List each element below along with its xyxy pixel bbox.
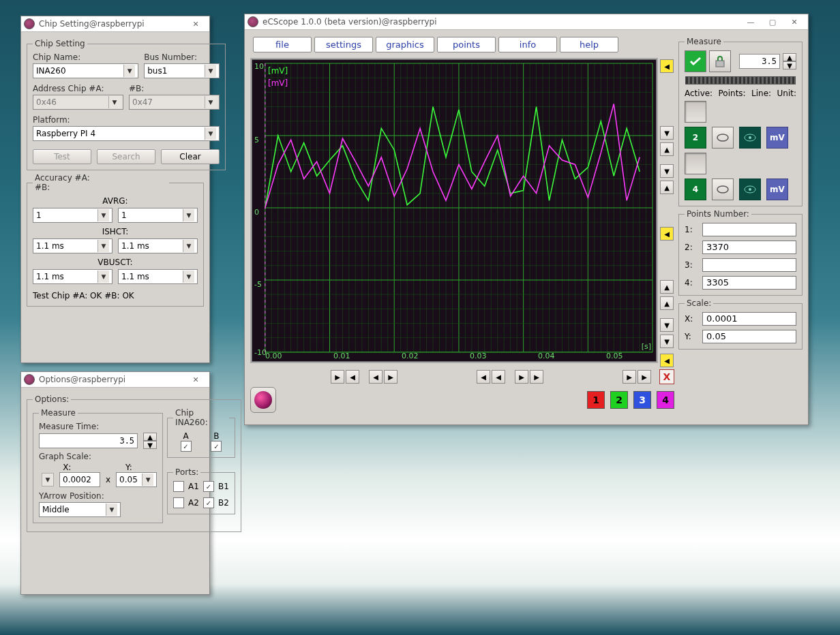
ch2-points-button[interactable] [712, 127, 734, 149]
p1-field[interactable] [702, 223, 796, 236]
progress-slider[interactable] [685, 76, 796, 84]
chevron-down-icon[interactable]: ▼ [205, 127, 216, 140]
hscroll-left4-icon[interactable]: ◀ [492, 370, 505, 384]
scale-x-field[interactable]: 0.0001 [702, 312, 796, 326]
channel-4-button[interactable]: 4 [657, 391, 674, 409]
scale-x-field[interactable]: 0.0002 [59, 472, 100, 487]
vbusct-a-field[interactable]: 1.1 ms▼ [33, 269, 112, 284]
close-icon[interactable]: ✕ [185, 18, 207, 30]
port-a1-check[interactable] [173, 481, 184, 492]
clear-button[interactable]: Clear [161, 149, 220, 164]
marker-top-icon[interactable]: ◀ [660, 59, 674, 73]
p2-field[interactable]: 3370 [702, 241, 796, 254]
scroll-down-fine-icon[interactable]: ▼ [660, 164, 674, 178]
spin-up-icon[interactable]: ▲ [783, 53, 796, 61]
channel-2-button[interactable]: 2 [610, 391, 628, 409]
scroll-down-coarse-icon[interactable]: ▼ [660, 126, 674, 140]
ch1-active-button[interactable] [685, 101, 706, 123]
close-icon[interactable]: ✕ [185, 373, 207, 386]
titlebar[interactable]: eCScope 1.0.0 (beta version)@raspberrypi… [245, 14, 808, 30]
minimize-icon[interactable]: — [740, 16, 762, 28]
scroll-up-fine-icon[interactable]: ▲ [660, 142, 674, 156]
spin-down-icon[interactable]: ▼ [783, 61, 796, 69]
hscroll-right2-icon[interactable]: ▶ [384, 370, 397, 384]
ch4-line-button[interactable] [739, 179, 761, 200]
chevron-down-icon[interactable]: ▼ [42, 473, 54, 486]
ishct-a-field[interactable]: 1.1 ms▼ [33, 238, 112, 253]
ch2-unit-button[interactable]: mV [766, 127, 788, 149]
titlebar[interactable]: Chip Setting@raspberrypi ✕ [21, 16, 209, 32]
menu-info[interactable]: info [498, 37, 557, 52]
scroll-up2-icon[interactable]: ▲ [660, 280, 674, 294]
chip-b-check[interactable]: ✓ [211, 441, 222, 452]
scroll-down3-icon[interactable]: ▼ [660, 335, 674, 348]
chip-a-check[interactable]: ✓ [181, 441, 192, 452]
run-button[interactable] [685, 50, 706, 72]
hscroll-right6-icon[interactable]: ▶ [638, 370, 651, 384]
ch4-active-button[interactable]: 4 [685, 179, 706, 200]
ch4-unit-button[interactable]: mV [766, 179, 788, 200]
scale-y-field[interactable]: 0.05 [702, 330, 796, 343]
chevron-down-icon[interactable]: ▼ [106, 504, 117, 516]
maximize-icon[interactable]: ▢ [762, 16, 783, 28]
scroll-up-coarse-icon[interactable]: ▲ [660, 181, 674, 194]
yarrow-field[interactable]: Middle▼ [39, 502, 121, 517]
chip-name-field[interactable]: INA260▼ [33, 63, 138, 78]
scroll-up3-icon[interactable]: ▲ [660, 296, 674, 310]
addr-b-field[interactable]: 0x47▼ [129, 95, 220, 110]
chevron-down-icon[interactable]: ▼ [183, 240, 194, 252]
measure-spin-field[interactable]: 3.5 [739, 54, 780, 69]
addr-a-field[interactable]: 0x46▼ [33, 95, 123, 110]
scroll-down2-icon[interactable]: ▼ [660, 318, 674, 332]
port-a2-check[interactable] [173, 497, 184, 508]
spin-up-icon[interactable]: ▲ [143, 433, 157, 441]
chevron-down-icon[interactable]: ▼ [183, 209, 194, 221]
menu-points[interactable]: points [437, 37, 496, 52]
channel-3-button[interactable]: 3 [633, 391, 651, 409]
chevron-down-icon[interactable]: ▼ [142, 474, 153, 486]
platform-field[interactable]: Raspberry PI 4▼ [33, 126, 220, 141]
ch2-line-button[interactable] [739, 127, 761, 149]
marker-bottom-icon[interactable]: ◀ [660, 354, 674, 367]
chevron-down-icon[interactable]: ▼ [205, 96, 216, 108]
oscilloscope-graph[interactable]: 10 5 0 -5 -10 [mV] [mV] 0.00 0.01 0.02 0… [250, 58, 658, 363]
clear-graph-button[interactable]: X [659, 369, 674, 384]
chevron-down-icon[interactable]: ▼ [183, 270, 194, 283]
titlebar[interactable]: Options@raspberrypi ✕ [21, 372, 209, 388]
menu-settings[interactable]: settings [314, 37, 373, 52]
ch3-active-button[interactable] [685, 153, 706, 174]
search-button[interactable]: Search [97, 149, 155, 164]
lock-button[interactable] [709, 50, 731, 72]
chevron-down-icon[interactable]: ▼ [97, 270, 109, 283]
avrg-a-field[interactable]: 1▼ [33, 208, 112, 223]
avrg-b-field[interactable]: 1▼ [118, 208, 198, 223]
menu-graphics[interactable]: graphics [376, 37, 434, 52]
hscroll-right3-icon[interactable]: ▶ [515, 370, 528, 384]
scale-y-field[interactable]: 0.05▼ [116, 472, 157, 487]
hscroll-left3-icon[interactable]: ◀ [477, 370, 490, 384]
hscroll-left1-icon[interactable]: ◀ [346, 370, 359, 384]
port-b1-check[interactable]: ✓ [203, 481, 214, 492]
marker-mid-icon[interactable]: ◀ [660, 227, 674, 241]
close-icon[interactable]: ✕ [783, 16, 805, 28]
chevron-down-icon[interactable]: ▼ [97, 240, 109, 252]
p3-field[interactable] [702, 258, 796, 272]
ishct-b-field[interactable]: 1.1 ms▼ [118, 238, 198, 253]
test-button[interactable]: Test [33, 149, 91, 164]
chevron-down-icon[interactable]: ▼ [108, 96, 120, 108]
p4-field[interactable]: 3305 [702, 276, 796, 290]
menu-help[interactable]: help [560, 37, 618, 52]
bus-number-field[interactable]: bus1▼ [144, 63, 220, 78]
spin-down-icon[interactable]: ▼ [143, 441, 157, 449]
measure-time-field[interactable]: 3.5 [39, 433, 138, 448]
hscroll-right1-icon[interactable]: ▶ [331, 370, 344, 384]
ch4-points-button[interactable] [712, 179, 734, 200]
menu-file[interactable]: file [253, 37, 312, 52]
ch2-active-button[interactable]: 2 [685, 127, 706, 149]
chevron-down-icon[interactable]: ▼ [123, 65, 135, 77]
chevron-down-icon[interactable]: ▼ [97, 209, 109, 221]
hscroll-right4-icon[interactable]: ▶ [530, 370, 543, 384]
hscroll-right5-icon[interactable]: ▶ [622, 370, 636, 384]
hscroll-left2-icon[interactable]: ◀ [369, 370, 382, 384]
channel-1-button[interactable]: 1 [587, 391, 605, 409]
